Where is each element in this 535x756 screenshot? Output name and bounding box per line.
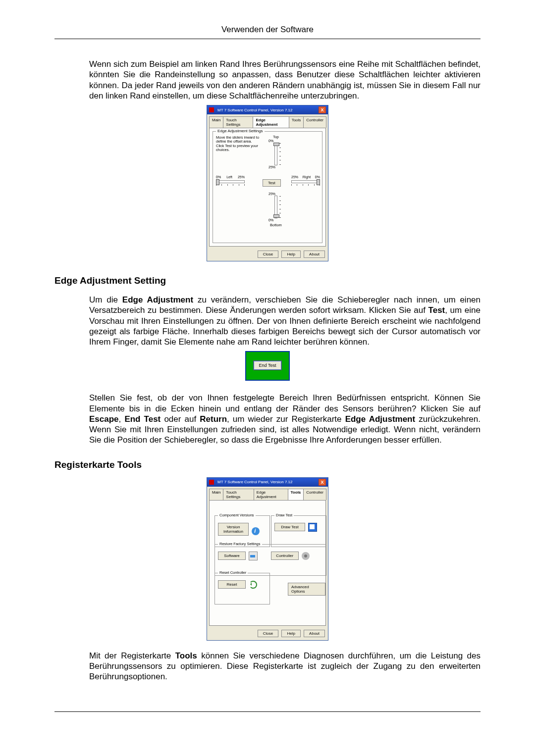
left-slider-thumb[interactable]: [216, 179, 219, 185]
right-label: Right: [303, 175, 311, 179]
close-icon[interactable]: X: [319, 479, 326, 486]
draw-test-group: Draw Test Draw Test: [271, 515, 326, 547]
edge-group-legend: Edge Adjustment Settings: [216, 129, 265, 133]
version-info-button[interactable]: Version Information: [218, 523, 249, 536]
tools-dialog-footer: Close Help About: [207, 628, 328, 640]
figure-end-test: End Test: [54, 351, 481, 383]
left-slider-block: 0% Left 25%: [216, 175, 245, 186]
bottom-label: Bottom: [268, 223, 283, 227]
tab-controller[interactable]: Controller: [303, 116, 326, 128]
tab-body-edge: Edge Adjustment Settings Move the slider…: [209, 128, 326, 247]
edge-adjustment-dialog: MT 7 Software Control Panel, Version 7.1…: [207, 105, 328, 261]
tab-edge-adjustment[interactable]: Edge Adjustment: [254, 489, 288, 500]
p3e: oder auf: [160, 414, 200, 424]
right-0pct: 0%: [315, 175, 320, 179]
top-25pct: 25%: [268, 165, 283, 169]
p2a: Um die: [89, 295, 122, 304]
p2b: Edge Adjustment: [122, 295, 193, 304]
p3h: Edge Adjustment: [345, 414, 416, 424]
tab-edge-adjustment[interactable]: Edge Adjustment: [253, 116, 289, 128]
p4b: Tools: [175, 651, 197, 660]
advanced-options-button[interactable]: Advanced Options: [288, 583, 325, 596]
close-icon[interactable]: X: [319, 106, 326, 113]
section-edge-adjustment: Edge Adjustment Setting: [54, 275, 481, 286]
tab-controller[interactable]: Controller: [303, 489, 326, 500]
close-button[interactable]: Close: [258, 630, 278, 637]
draw-test-button[interactable]: Draw Test: [274, 523, 305, 531]
right-25pct: 25%: [291, 175, 298, 179]
end-test-button[interactable]: End Test: [253, 360, 282, 370]
help-button[interactable]: Help: [281, 251, 300, 258]
left-label: Left: [226, 175, 232, 179]
edge-adjustment-paragraph: Um die Edge Adjustment zu verändern, ver…: [89, 295, 481, 347]
right-range: 25% Right 0%: [291, 175, 320, 179]
reset-controller-legend: Reset Controller: [218, 570, 248, 575]
page-header-title: Verwenden der Software: [54, 25, 481, 35]
edge-settings-group: Edge Adjustment Settings Move the slider…: [213, 131, 322, 243]
left-range: 0% Left 25%: [216, 175, 245, 179]
component-versions-legend: Component Versions: [218, 513, 256, 517]
left-ticks: [216, 184, 245, 186]
restore-controller-button[interactable]: Controller: [271, 552, 299, 560]
right-slider[interactable]: [291, 180, 320, 183]
tools-tab-strip: Main Touch Settings Edge Adjustment Tool…: [207, 487, 328, 500]
p3d: End Test: [124, 414, 160, 424]
bottom-ticks: [279, 196, 281, 218]
p3a: Stellen Sie fest, ob der von Ihnen festg…: [89, 393, 481, 413]
top-slider-thumb[interactable]: [273, 143, 279, 146]
test-button-wrap: Test: [263, 179, 281, 187]
close-button[interactable]: Close: [258, 251, 278, 258]
advanced-options-wrap: Advanced Options: [288, 583, 325, 596]
tools-dialog-titlebar[interactable]: MT 7 Software Control Panel, Version 7.1…: [207, 478, 328, 487]
tab-body-tools: Component Versions Version Information D…: [209, 500, 326, 626]
tab-strip: Main Touch Settings Edge Adjustment Tool…: [207, 114, 328, 128]
software-icon: [249, 552, 258, 560]
top-0pct: 0%: [268, 139, 283, 143]
reset-controller-group: Reset Controller Reset: [214, 573, 270, 605]
left-0pct: 0%: [216, 175, 221, 179]
tab-main[interactable]: Main: [209, 489, 223, 500]
tab-main[interactable]: Main: [209, 116, 223, 128]
bottom-25pct: 25%: [268, 192, 283, 196]
help-button[interactable]: Help: [281, 630, 300, 637]
bottom-slider[interactable]: [274, 196, 277, 218]
figure-edge-adjustment: MT 7 Software Control Panel, Version 7.1…: [54, 105, 481, 261]
restore-factory-legend: Restore Factory Settings: [218, 542, 262, 546]
dialog-titlebar[interactable]: MT 7 Software Control Panel, Version 7.1…: [207, 105, 328, 114]
p2d: Test: [428, 305, 445, 315]
draw-test-legend: Draw Test: [274, 513, 294, 517]
tab-tools[interactable]: Tools: [289, 116, 304, 128]
dialog-footer: Close Help About: [207, 249, 328, 261]
tab-tools[interactable]: Tools: [288, 489, 304, 500]
reset-icon: [249, 580, 257, 588]
p4a: Mit der Registerkarte: [89, 651, 175, 660]
section-tools: Registerkarte Tools: [54, 459, 481, 470]
left-25pct: 25%: [238, 175, 245, 179]
header-rule: [54, 39, 481, 39]
dialog-title-text: MT 7 Software Control Panel, Version 7.1…: [217, 108, 317, 112]
figure-tools: MT 7 Software Control Panel, Version 7.1…: [54, 477, 481, 641]
edge-test-preview: End Test: [245, 351, 290, 381]
p3f: Return: [200, 414, 227, 424]
end-test-paragraph: Stellen Sie fest, ob der von Ihnen festg…: [89, 393, 481, 445]
test-button[interactable]: Test: [263, 179, 281, 187]
tools-dialog-title: MT 7 Software Control Panel, Version 7.1…: [217, 480, 317, 484]
edge-instructions: Move the sliders inward to define the of…: [216, 136, 260, 152]
right-slider-thumb[interactable]: [317, 179, 320, 185]
tab-touch-settings[interactable]: Touch Settings: [223, 489, 254, 500]
top-label: Top: [268, 135, 283, 139]
tools-paragraph: Mit der Registerkarte Tools können Sie v…: [89, 651, 481, 682]
about-button[interactable]: About: [304, 630, 325, 637]
restore-software-button[interactable]: Software: [218, 552, 246, 560]
app-logo-icon: [209, 480, 214, 485]
top-slider[interactable]: [274, 143, 277, 165]
left-slider[interactable]: [216, 180, 245, 183]
bottom-slider-thumb[interactable]: [273, 214, 279, 218]
p3b: Escape: [89, 414, 119, 424]
controller-icon: [302, 552, 310, 560]
tab-touch-settings[interactable]: Touch Settings: [223, 116, 253, 128]
about-button[interactable]: About: [304, 251, 325, 258]
footer-rule: [54, 711, 481, 712]
reset-button[interactable]: Reset: [218, 580, 246, 589]
top-ticks: [279, 143, 281, 165]
